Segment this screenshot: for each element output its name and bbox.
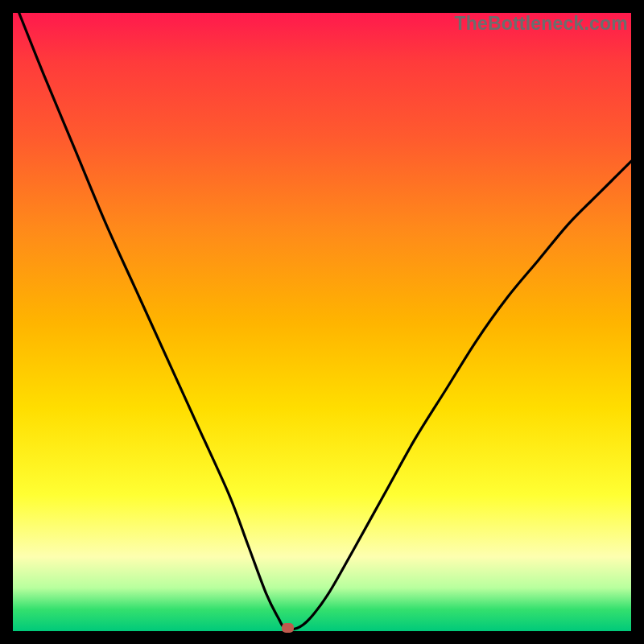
bottleneck-curve: [13, 13, 631, 631]
optimal-point-marker: [282, 623, 294, 633]
chart-frame: TheBottleneck.com: [0, 0, 644, 644]
plot-area: TheBottleneck.com: [13, 13, 631, 631]
